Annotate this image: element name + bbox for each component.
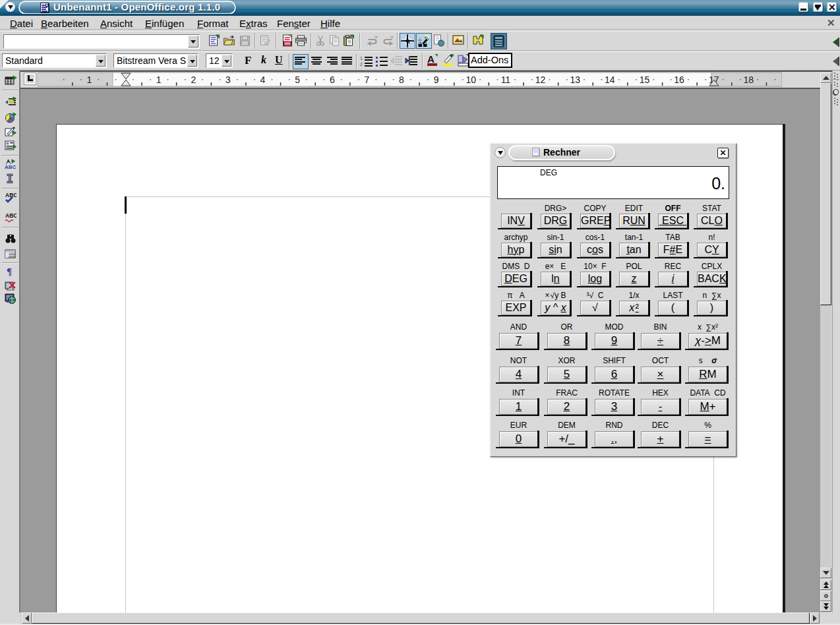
svg-text:4: 4 <box>260 74 266 85</box>
svg-text:6: 6 <box>330 74 335 85</box>
svg-text:13: 13 <box>570 74 580 85</box>
svg-text:ABC: ABC <box>5 212 16 219</box>
svg-text:11: 11 <box>501 74 511 85</box>
svg-text:A: A <box>427 53 435 65</box>
svg-text:3: 3 <box>225 74 231 85</box>
svg-text:2: 2 <box>360 62 363 67</box>
svg-text:18: 18 <box>744 74 754 85</box>
svg-text:8: 8 <box>399 74 404 85</box>
svg-text:5: 5 <box>295 74 300 85</box>
svg-text:12: 12 <box>535 74 546 85</box>
svg-text:1: 1 <box>156 74 162 85</box>
svg-text:7: 7 <box>365 74 370 85</box>
svg-text:1: 1 <box>87 74 92 85</box>
svg-text:9: 9 <box>434 74 439 85</box>
svg-text:ABC: ABC <box>5 192 16 198</box>
svg-text:15: 15 <box>640 74 650 85</box>
svg-text:16: 16 <box>674 74 684 85</box>
svg-text:1: 1 <box>360 56 363 61</box>
svg-text:¶: ¶ <box>7 266 12 277</box>
svg-text:ABC: ABC <box>5 164 16 170</box>
svg-text:10: 10 <box>466 74 477 85</box>
svg-text:14: 14 <box>605 74 615 85</box>
svg-text:2: 2 <box>191 74 196 85</box>
